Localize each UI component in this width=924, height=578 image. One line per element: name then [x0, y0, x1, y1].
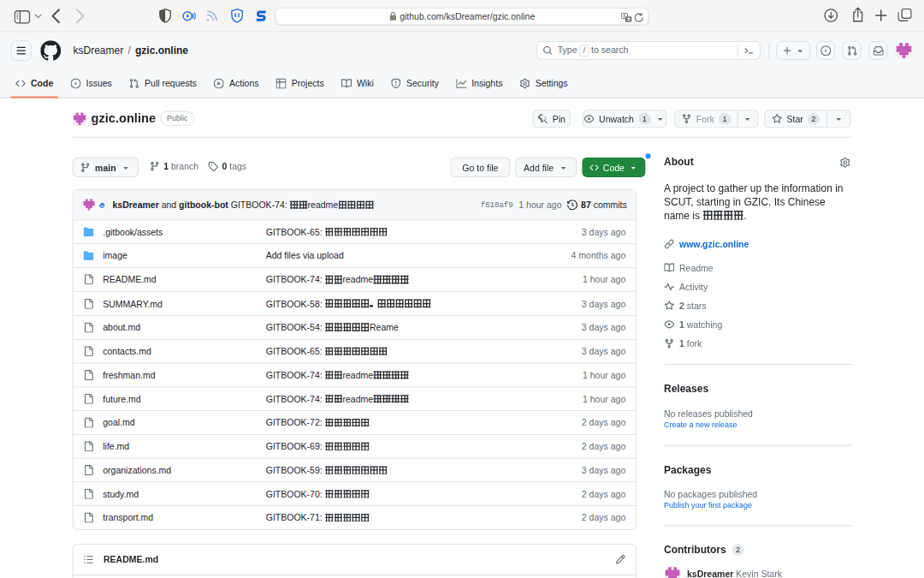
svg-text:文: 文 — [626, 16, 631, 21]
